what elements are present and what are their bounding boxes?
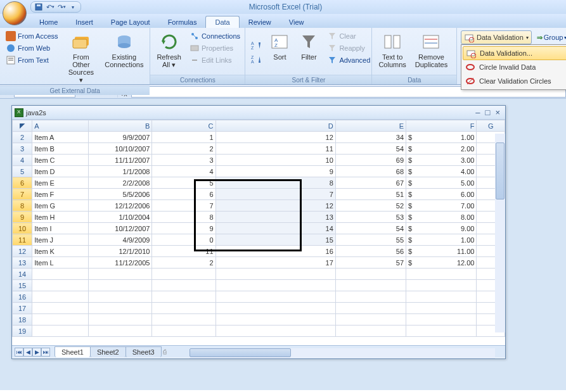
- cell[interactable]: [32, 326, 89, 337]
- cell[interactable]: 1/1/2008: [89, 166, 152, 177]
- row-header[interactable]: 15: [13, 280, 32, 291]
- tab-review[interactable]: Review: [240, 16, 280, 28]
- sort-button[interactable]: AZ Sort: [267, 30, 292, 75]
- column-header-F[interactable]: F: [406, 120, 477, 132]
- cell[interactable]: [89, 269, 152, 280]
- cell[interactable]: Item H: [32, 212, 89, 223]
- row-header[interactable]: 2: [13, 132, 32, 143]
- row-header[interactable]: 4: [13, 155, 32, 166]
- cell[interactable]: Item F: [32, 189, 89, 200]
- column-header-G[interactable]: G: [477, 120, 505, 132]
- cell[interactable]: 4: [152, 166, 215, 177]
- row-header[interactable]: 6: [13, 177, 32, 189]
- cell[interactable]: Item C: [32, 155, 89, 166]
- cell[interactable]: [32, 314, 89, 326]
- cell[interactable]: 9: [215, 166, 335, 177]
- cell[interactable]: Item E: [32, 177, 89, 189]
- cell[interactable]: 68: [335, 166, 406, 177]
- cell[interactable]: 8: [152, 212, 215, 223]
- clear-filter-button[interactable]: Clear: [325, 30, 372, 42]
- filter-button[interactable]: Filter: [296, 30, 321, 75]
- refresh-all-button[interactable]: Refresh All ▾: [154, 30, 184, 75]
- cell[interactable]: [152, 326, 215, 337]
- cell[interactable]: [406, 326, 477, 337]
- close-button[interactable]: ×: [492, 108, 503, 117]
- cell[interactable]: Item K: [32, 246, 89, 257]
- undo-icon[interactable]: ↶▾: [46, 3, 54, 11]
- tab-data[interactable]: Data: [205, 16, 239, 28]
- cell[interactable]: [89, 326, 152, 337]
- cell[interactable]: [89, 303, 152, 314]
- column-header-C[interactable]: C: [152, 120, 215, 132]
- minimize-button[interactable]: –: [473, 108, 482, 117]
- row-header[interactable]: 12: [13, 246, 32, 257]
- cell[interactable]: 12/1/2010: [89, 246, 152, 257]
- cell[interactable]: 67: [335, 177, 406, 189]
- cell[interactable]: [335, 280, 406, 291]
- office-button[interactable]: [3, 1, 27, 25]
- cell[interactable]: 55: [335, 234, 406, 246]
- cell[interactable]: [406, 314, 477, 326]
- row-header[interactable]: 14: [13, 269, 32, 280]
- from-other-sources-button[interactable]: From Other Sources ▾: [64, 30, 99, 85]
- cell[interactable]: 52: [335, 200, 406, 212]
- cell[interactable]: [152, 269, 215, 280]
- row-header[interactable]: 10: [13, 223, 32, 234]
- cell[interactable]: 57: [335, 257, 406, 269]
- cell[interactable]: 8: [215, 177, 335, 189]
- sheet-tab-sheet1[interactable]: Sheet1: [55, 346, 91, 357]
- cell[interactable]: [215, 314, 335, 326]
- cell[interactable]: 0: [152, 234, 215, 246]
- save-icon[interactable]: [35, 3, 42, 11]
- sheet-tab-sheet3[interactable]: Sheet3: [125, 346, 162, 357]
- cell[interactable]: Item A: [32, 132, 89, 143]
- cell[interactable]: 4/9/2009: [89, 234, 152, 246]
- existing-connections-button[interactable]: Existing Connections: [102, 30, 146, 85]
- data-validation-button[interactable]: Data Validation ▾: [461, 30, 532, 44]
- cell[interactable]: [335, 269, 406, 280]
- cell[interactable]: 54: [335, 223, 406, 234]
- cell[interactable]: 9/9/2007: [89, 132, 152, 143]
- cell[interactable]: $6.00: [406, 189, 477, 200]
- clear-circles-item[interactable]: Clear Validation Circles: [463, 74, 566, 88]
- row-header[interactable]: 5: [13, 166, 32, 177]
- sort-desc-button[interactable]: ZA: [249, 54, 263, 65]
- cell[interactable]: 1: [152, 132, 215, 143]
- cell[interactable]: $2.00: [406, 143, 477, 155]
- sheet-nav-next[interactable]: ▶: [32, 348, 41, 357]
- sheet-nav-prev[interactable]: ◀: [23, 348, 32, 357]
- cell[interactable]: 2: [152, 143, 215, 155]
- cell[interactable]: 10/10/2007: [89, 143, 152, 155]
- cell[interactable]: $9.00: [406, 223, 477, 234]
- edit-links-button[interactable]: Edit Links: [188, 54, 242, 66]
- row-header[interactable]: 3: [13, 143, 32, 155]
- sort-asc-button[interactable]: AZ: [249, 40, 263, 51]
- row-header[interactable]: 18: [13, 314, 32, 326]
- cell[interactable]: 53: [335, 212, 406, 223]
- group-button[interactable]: ⇒Group▾: [537, 30, 566, 44]
- tab-view[interactable]: View: [280, 16, 313, 28]
- cell[interactable]: 14: [215, 223, 335, 234]
- cell[interactable]: Item D: [32, 166, 89, 177]
- cell[interactable]: 2/2/2008: [89, 177, 152, 189]
- properties-button[interactable]: Properties: [188, 42, 242, 54]
- cell[interactable]: [215, 269, 335, 280]
- row-header[interactable]: 7: [13, 189, 32, 200]
- cell[interactable]: 6: [152, 189, 215, 200]
- cell[interactable]: Item J: [32, 234, 89, 246]
- cell[interactable]: 12: [215, 132, 335, 143]
- cell[interactable]: Item L: [32, 257, 89, 269]
- cell[interactable]: [152, 280, 215, 291]
- row-header[interactable]: 19: [13, 326, 32, 337]
- cell[interactable]: $7.00: [406, 200, 477, 212]
- tab-home[interactable]: Home: [30, 16, 67, 28]
- cell[interactable]: [335, 291, 406, 303]
- column-header-E[interactable]: E: [335, 120, 406, 132]
- sheet-nav-last[interactable]: ⏭: [41, 348, 50, 357]
- cell[interactable]: [152, 303, 215, 314]
- column-header-B[interactable]: B: [89, 120, 152, 132]
- remove-duplicates-button[interactable]: Remove Duplicates: [413, 30, 450, 75]
- cell[interactable]: 11: [152, 246, 215, 257]
- from-access-button[interactable]: From Access: [4, 30, 60, 42]
- cell[interactable]: 54: [335, 143, 406, 155]
